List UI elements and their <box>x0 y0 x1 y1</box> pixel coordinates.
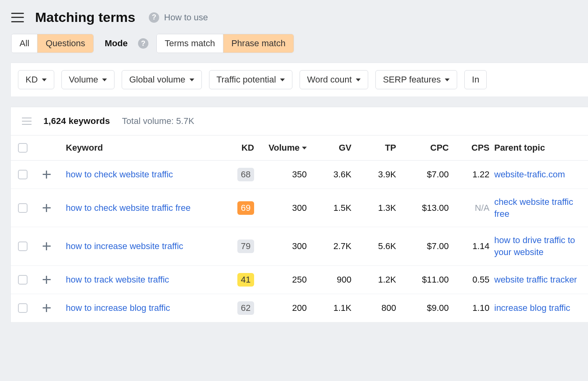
filter-label: KD <box>26 75 38 85</box>
filter-word-count[interactable]: Word count <box>300 70 368 89</box>
col-volume[interactable]: Volume <box>259 143 307 153</box>
parent-topic-link[interactable]: website-trafic.com <box>494 169 581 181</box>
mode-segmented: Terms match Phrase match <box>156 34 294 53</box>
parent-topic-link[interactable]: increase blog traffic <box>494 302 581 314</box>
filter-partial[interactable]: In <box>464 70 487 89</box>
tp-cell: 1.3K <box>356 203 396 213</box>
chevron-down-icon <box>42 79 47 81</box>
volume-cell: 350 <box>259 169 307 180</box>
sort-desc-icon <box>302 147 307 149</box>
cpc-cell: $13.00 <box>401 203 449 213</box>
help-icon[interactable]: ? <box>149 12 159 23</box>
expand-icon[interactable] <box>42 303 51 313</box>
mode-help-icon[interactable]: ? <box>138 38 148 49</box>
kd-badge: 68 <box>237 168 254 181</box>
gv-cell: 2.7K <box>312 241 351 251</box>
gv-cell: 3.6K <box>312 169 351 180</box>
parent-topic-link[interactable]: how to drive traffic to your website <box>494 234 581 258</box>
gv-cell: 1.1K <box>312 303 351 313</box>
col-keyword[interactable]: Keyword <box>66 143 213 153</box>
tab-questions[interactable]: Questions <box>37 34 93 53</box>
menu-icon[interactable] <box>11 13 24 22</box>
kd-badge: 69 <box>237 201 254 215</box>
chevron-down-icon <box>356 79 361 81</box>
chevron-down-icon <box>102 79 107 81</box>
expand-icon[interactable] <box>42 203 51 213</box>
volume-cell: 300 <box>259 203 307 213</box>
gv-cell: 900 <box>312 275 351 285</box>
row-checkbox[interactable] <box>18 242 28 251</box>
filter-label: Traffic potential <box>217 75 276 85</box>
table-row: how to increase blog traffic 62 200 1.1K… <box>11 294 588 322</box>
keyword-link[interactable]: how to increase website traffic <box>66 240 213 252</box>
tab-all[interactable]: All <box>12 34 37 53</box>
tp-cell: 5.6K <box>356 241 396 251</box>
mode-label: Mode <box>105 38 128 49</box>
table-row: how to increase website traffic 79 300 2… <box>11 227 588 265</box>
cps-cell: 1.22 <box>454 169 489 180</box>
col-gv[interactable]: GV <box>312 143 351 153</box>
mode-terms-match[interactable]: Terms match <box>157 34 223 53</box>
tp-cell: 3.9K <box>356 169 396 180</box>
row-checkbox[interactable] <box>18 203 28 213</box>
kd-badge: 79 <box>237 240 254 253</box>
filter-traffic-potential[interactable]: Traffic potential <box>209 70 292 89</box>
volume-cell: 250 <box>259 275 307 285</box>
cpc-cell: $7.00 <box>401 169 449 180</box>
summary-bar: 1,624 keywords Total volume: 5.7K <box>10 107 588 135</box>
chevron-down-icon <box>189 79 194 81</box>
keyword-link[interactable]: how to increase blog traffic <box>66 302 213 314</box>
gv-cell: 1.5K <box>312 203 351 213</box>
parent-topic-link[interactable]: check website traffic free <box>494 196 581 220</box>
kd-badge: 62 <box>237 301 254 315</box>
row-checkbox[interactable] <box>18 275 28 285</box>
volume-cell: 200 <box>259 303 307 313</box>
expand-icon[interactable] <box>42 275 51 285</box>
cps-cell: 0.55 <box>454 275 489 285</box>
list-icon[interactable] <box>22 118 32 125</box>
filter-serp-features[interactable]: SERP features <box>375 70 457 89</box>
cps-cell: 1.10 <box>454 303 489 313</box>
filter-label: Word count <box>307 75 352 85</box>
cpc-cell: $9.00 <box>401 303 449 313</box>
page-title: Matching terms <box>35 10 135 25</box>
filter-label: Volume <box>69 75 98 85</box>
table-header: Keyword KD Volume GV TP CPC CPS Parent t… <box>11 136 588 161</box>
table-row: how to check website traffic free 69 300… <box>11 189 588 227</box>
filters-bar: KD Volume Global volume Traffic potentia… <box>10 63 588 96</box>
col-tp[interactable]: TP <box>356 143 396 153</box>
how-to-use-link[interactable]: How to use <box>164 12 208 23</box>
table-row: how to check website traffic 68 350 3.6K… <box>11 161 588 189</box>
chevron-down-icon <box>280 79 285 81</box>
filter-global-volume[interactable]: Global volume <box>122 70 202 89</box>
keyword-link[interactable]: how to check website traffic free <box>66 202 213 214</box>
expand-icon[interactable] <box>42 242 51 251</box>
keyword-count: 1,624 keywords <box>43 116 110 126</box>
tp-cell: 800 <box>356 303 396 313</box>
col-cpc[interactable]: CPC <box>401 143 449 153</box>
filter-volume[interactable]: Volume <box>61 70 114 89</box>
kd-badge: 41 <box>237 273 254 287</box>
filter-label: Global volume <box>129 75 185 85</box>
row-checkbox[interactable] <box>18 170 28 179</box>
volume-cell: 300 <box>259 241 307 251</box>
cps-cell: N/A <box>454 203 489 213</box>
select-all-checkbox[interactable] <box>18 143 28 153</box>
row-checkbox[interactable] <box>18 303 28 313</box>
expand-icon[interactable] <box>42 170 51 179</box>
filter-label: In <box>472 75 479 85</box>
parent-topic-link[interactable]: website traffic tracker <box>494 274 581 286</box>
cps-cell: 1.14 <box>454 241 489 251</box>
col-cps[interactable]: CPS <box>454 143 489 153</box>
total-volume: Total volume: 5.7K <box>122 116 194 126</box>
cpc-cell: $11.00 <box>401 275 449 285</box>
col-parent-topic[interactable]: Parent topic <box>494 143 581 153</box>
col-kd[interactable]: KD <box>218 143 254 153</box>
mode-phrase-match[interactable]: Phrase match <box>223 34 294 53</box>
chevron-down-icon <box>445 79 450 81</box>
cpc-cell: $7.00 <box>401 241 449 251</box>
keyword-link[interactable]: how to check website traffic <box>66 169 213 181</box>
filter-label: SERP features <box>383 75 441 85</box>
keyword-link[interactable]: how to track website traffic <box>66 274 213 286</box>
filter-kd[interactable]: KD <box>18 70 54 89</box>
